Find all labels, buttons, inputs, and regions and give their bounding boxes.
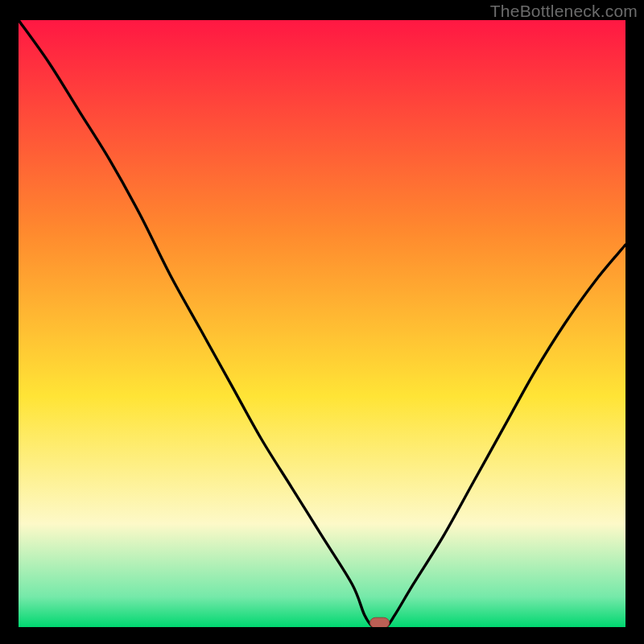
optimal-marker: [370, 617, 390, 627]
chart-frame: TheBottleneck.com: [0, 0, 644, 644]
watermark-text: TheBottleneck.com: [490, 2, 638, 21]
plot-area: [19, 20, 625, 627]
bottleneck-chart: [19, 20, 625, 627]
